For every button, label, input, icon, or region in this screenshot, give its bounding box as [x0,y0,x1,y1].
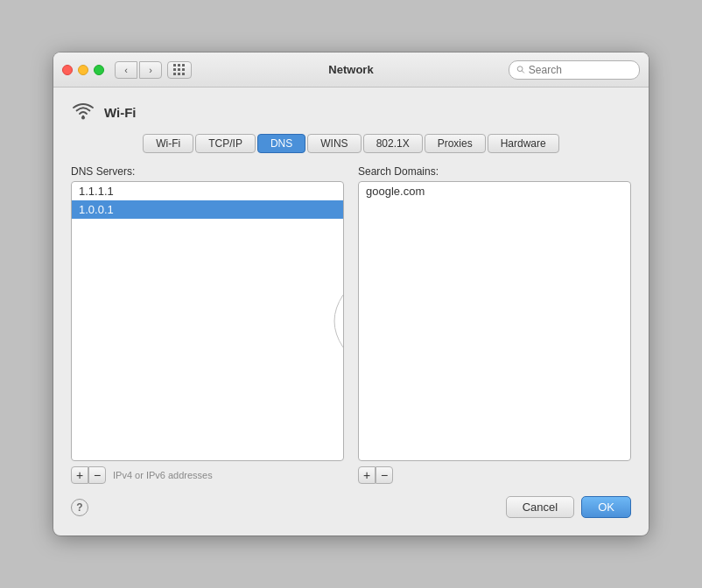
help-button[interactable]: ? [71,499,88,516]
grid-button[interactable] [167,61,192,79]
search-container[interactable] [509,60,640,80]
tab-proxies[interactable]: Proxies [425,134,486,153]
tab-wifi[interactable]: Wi-Fi [143,134,193,153]
search-domain-add-button[interactable]: + [358,466,376,484]
tab-bar: Wi-Fi TCP/IP DNS WINS 802.1X Proxies Har… [71,134,631,153]
forward-button[interactable]: › [139,61,162,79]
list-item[interactable]: 1.0.0.1 [72,200,343,219]
dns-hint: IPv4 or IPv6 addresses [113,470,213,480]
window-title: Network [328,63,373,76]
traffic-lights [62,65,104,75]
tab-tcpip[interactable]: TCP/IP [195,134,256,153]
maximize-button[interactable] [94,65,104,75]
search-domains-label: Search Domains: [358,165,631,178]
wifi-icon [71,102,95,123]
ok-button[interactable]: OK [581,496,631,518]
main-panel: DNS Servers: 1.1.1.1 1.0.0.1 + − IPv4 or… [71,165,631,484]
nav-buttons: ‹ › [115,61,162,79]
tab-8021x[interactable]: 802.1X [363,134,423,153]
minimize-button[interactable] [78,65,88,75]
dns-servers-list[interactable]: 1.1.1.1 1.0.0.1 [71,181,344,461]
svg-line-1 [522,71,523,73]
dns-servers-label: DNS Servers: [71,165,344,178]
dns-remove-button[interactable]: − [88,466,106,484]
search-domains-buttons: + − [358,466,631,484]
dns-servers-buttons: + − IPv4 or IPv6 addresses [71,466,344,484]
back-button[interactable]: ‹ [115,61,137,79]
tab-dns[interactable]: DNS [257,134,305,153]
list-item[interactable]: 1.1.1.1 [72,182,343,200]
search-domains-section: Search Domains: google.com + − [358,165,631,484]
tab-wins[interactable]: WINS [307,134,361,153]
cancel-button[interactable]: Cancel [506,496,574,518]
wifi-label: Wi-Fi [104,105,137,120]
tab-hardware[interactable]: Hardware [488,134,559,153]
arc-divider [334,295,344,347]
dns-servers-section: DNS Servers: 1.1.1.1 1.0.0.1 + − IPv4 or… [71,165,344,484]
search-domain-remove-button[interactable]: − [376,466,393,484]
network-window: ‹ › Network [53,52,649,536]
svg-point-2 [81,116,85,120]
titlebar: ‹ › Network [53,52,649,88]
search-domains-list[interactable]: google.com [358,181,631,461]
search-input[interactable] [529,64,632,76]
bottom-row: ? Cancel OK [71,496,631,518]
close-button[interactable] [62,65,73,75]
action-buttons: Cancel OK [506,496,631,518]
content: Wi-Fi Wi-Fi TCP/IP DNS WINS 802.1X Proxi… [53,88,649,536]
search-icon [516,65,525,74]
wifi-header: Wi-Fi [71,102,631,123]
dns-add-button[interactable]: + [71,466,88,484]
list-item[interactable]: google.com [359,182,630,200]
